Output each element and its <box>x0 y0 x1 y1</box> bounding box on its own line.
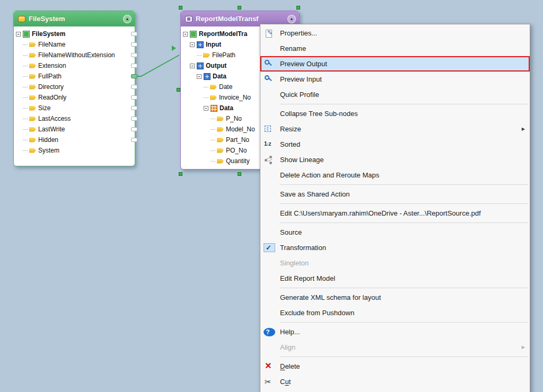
tree-node-label: FileName <box>38 41 65 48</box>
node-field-icon <box>204 73 211 80</box>
menu-item-collapse-tree-sub-nodes[interactable]: Collapse Tree Sub-nodes <box>260 106 530 121</box>
tree-collapse-icon[interactable]: - <box>204 106 208 111</box>
menu-item-transformation[interactable]: Transformation <box>260 240 530 255</box>
map-port[interactable] <box>131 95 137 100</box>
menu-item-help[interactable]: Help... <box>260 324 530 340</box>
tree-node-label: ReportModelTra <box>199 30 247 38</box>
map-port[interactable] <box>131 138 137 142</box>
menu-item-properties[interactable]: Properties... <box>260 25 530 41</box>
menu-item-align: Align▶ <box>260 340 530 355</box>
tag-field-icon <box>29 148 36 153</box>
menu-item-label: Resize <box>280 125 301 133</box>
menu-item-preview-input[interactable]: Preview Input <box>260 72 530 87</box>
filesystem-node[interactable]: FileSystem ▲ -FileSystemFileNameFileName… <box>13 11 135 166</box>
menu-item-resize[interactable]: Resize▶ <box>260 121 530 137</box>
tree-collapse-icon[interactable]: - <box>190 42 195 47</box>
filesystem-source-icon <box>18 16 25 22</box>
tree-row-filename[interactable]: FileName <box>14 39 134 50</box>
menu-item-sorted[interactable]: Sorted <box>260 137 530 152</box>
tree-row-readonly[interactable]: ReadOnly <box>14 92 134 103</box>
menu-item-label: Edit Report Model <box>280 274 335 282</box>
tree-row-hidden[interactable]: Hidden <box>14 135 134 145</box>
lineage-icon <box>264 155 275 165</box>
selection-handle[interactable] <box>177 88 180 92</box>
map-port[interactable] <box>131 85 137 89</box>
menu-item-generate-xml-schema-for-layout[interactable]: Generate XML schema for layout <box>260 290 530 305</box>
menu-item-edit-report-model[interactable]: Edit Report Model <box>260 271 530 286</box>
tree-row-fullpath[interactable]: FullPath <box>14 71 134 82</box>
blank-icon <box>264 44 275 54</box>
menu-item-label: Transformation <box>280 244 326 252</box>
map-port[interactable] <box>131 32 137 36</box>
tree-row-lastaccess[interactable]: LastAccess <box>14 113 134 124</box>
blank-icon <box>264 293 275 302</box>
selection-handle[interactable] <box>238 6 241 10</box>
tree-row-lastwrite[interactable]: LastWrite <box>14 124 134 135</box>
collapse-node-icon[interactable]: ▲ <box>287 15 296 23</box>
map-port[interactable] <box>131 53 137 57</box>
input-map-arrow-icon <box>172 46 176 51</box>
menu-item-singleton: Singleton <box>260 255 530 271</box>
grid-field-icon <box>211 105 217 112</box>
menu-item-label: Delete <box>280 362 300 370</box>
menu-item-source[interactable]: Source <box>260 225 530 240</box>
menu-item-delete-action-and-reroute-maps[interactable]: Delete Action and Reroute Maps <box>260 167 530 183</box>
help-icon <box>264 328 275 336</box>
menu-item-exclude-from-pushdown[interactable]: Exclude from Pushdown <box>260 305 530 320</box>
menu-item-delete[interactable]: Delete <box>260 359 530 374</box>
tree-collapse-icon[interactable]: - <box>190 64 195 68</box>
selection-handle[interactable] <box>296 6 300 10</box>
tree-node-label: Directory <box>38 83 64 91</box>
map-port[interactable] <box>131 42 137 47</box>
menu-separator <box>280 288 528 288</box>
menu-separator <box>280 203 528 204</box>
menu-item-rename[interactable]: Rename <box>260 41 530 56</box>
tree-row-extension[interactable]: Extension <box>14 60 134 71</box>
map-port[interactable] <box>131 74 137 78</box>
menu-separator <box>280 357 528 357</box>
map-port[interactable] <box>131 106 137 110</box>
tag-field-icon <box>203 53 210 58</box>
tree-collapse-icon[interactable]: - <box>197 74 202 79</box>
selection-handle[interactable] <box>179 172 182 176</box>
tree-row-directory[interactable]: Directory <box>14 82 134 92</box>
tree-node-label: Output <box>206 62 226 69</box>
menu-item-save-as-shared-action[interactable]: Save as Shared Action <box>260 186 530 202</box>
blank-icon <box>264 228 275 237</box>
menu-item-quick-profile[interactable]: Quick Profile <box>260 87 530 102</box>
map-port[interactable] <box>131 64 137 68</box>
tag-field-icon <box>29 42 36 47</box>
menu-item-label: Quick Profile <box>280 91 319 99</box>
tree-row-filenamewithoutextension[interactable]: FileNameWithoutExtension <box>14 50 134 60</box>
tree-guide-line <box>211 129 215 130</box>
tree-node-label: FullPath <box>38 73 62 80</box>
selection-handle[interactable] <box>179 6 182 10</box>
selection-handle[interactable] <box>238 172 241 176</box>
tree-row-system[interactable]: System <box>14 145 134 156</box>
collapse-node-icon[interactable]: ▲ <box>123 15 132 23</box>
tag-field-icon <box>29 74 36 79</box>
tree-guide-line <box>23 44 28 45</box>
tree-guide-line <box>23 129 28 130</box>
tree-node-label: Part_No <box>226 136 249 144</box>
tree-row-filesystem[interactable]: -FileSystem <box>14 29 134 39</box>
delete-icon <box>264 362 275 371</box>
tree-node-label: Hidden <box>38 136 58 144</box>
menu-item-label: Properties... <box>280 29 317 37</box>
menu-item-preview-output[interactable]: Preview Output <box>260 56 530 72</box>
menu-item-cut[interactable]: Cut <box>260 374 530 389</box>
map-port[interactable] <box>131 117 137 121</box>
tree-collapse-icon[interactable]: - <box>16 32 21 37</box>
tree-collapse-icon[interactable]: - <box>183 32 188 37</box>
menu-item-edit-c-users-maryam-rahim-onedrive-aster-reportsource-pdf[interactable]: Edit C:\Users\maryam.rahim\OneDrive - As… <box>260 206 530 221</box>
menu-item-label: Cut <box>280 378 291 386</box>
map-port[interactable] <box>131 127 137 131</box>
tree-guide-line <box>204 87 208 87</box>
tree-row-size[interactable]: Size <box>14 103 134 113</box>
tag-field-icon <box>210 95 217 100</box>
filesystem-node-header[interactable]: FileSystem ▲ <box>14 11 135 26</box>
menu-item-show-lineage[interactable]: Show Lineage <box>260 152 530 167</box>
tree-node-label: Invoice_No <box>219 94 251 101</box>
tag-field-icon <box>29 117 36 121</box>
report-model-icon <box>185 16 192 22</box>
